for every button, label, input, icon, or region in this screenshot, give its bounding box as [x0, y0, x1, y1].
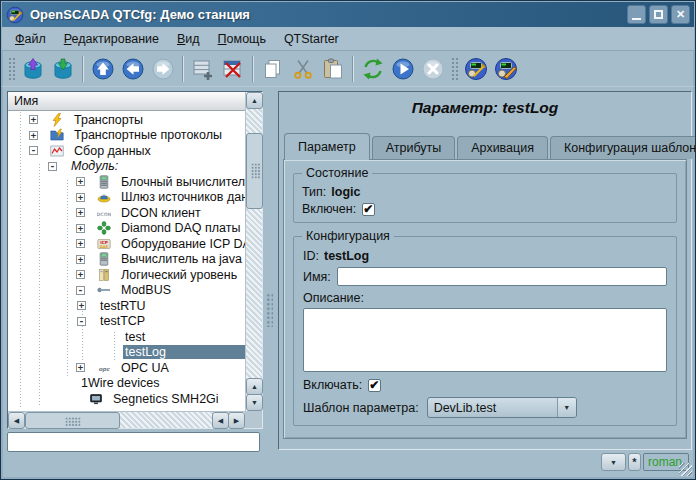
- paste-icon: [321, 57, 345, 81]
- cut-button[interactable]: [288, 54, 318, 84]
- item-add-button[interactable]: [188, 54, 218, 84]
- tree-item[interactable]: +Блочный вычислитель: [8, 174, 245, 190]
- collapse-icon[interactable]: -: [48, 162, 57, 171]
- tree-item[interactable]: -Модуль:: [8, 159, 245, 175]
- expand-icon[interactable]: +: [76, 363, 85, 372]
- tree-item[interactable]: -testTCP: [8, 314, 245, 330]
- minimize-button[interactable]: [627, 5, 646, 24]
- tree-item[interactable]: +Diamond DAQ платы: [8, 221, 245, 237]
- refresh-icon: [361, 57, 385, 81]
- menu-item-qtstarter[interactable]: QTStarter: [275, 30, 348, 48]
- scroll-up-button[interactable]: ▲: [246, 92, 263, 109]
- state-group: Состояние Тип: logic Включен:: [293, 173, 677, 223]
- tree-horizontal-scrollbar[interactable]: ◀ ◀ ▶: [8, 411, 245, 428]
- qtstarter-edit-button[interactable]: [491, 54, 521, 84]
- menu-item-help[interactable]: Помощь: [209, 30, 275, 48]
- tree-item[interactable]: +ICPDASОборудование ICP DA: [8, 236, 245, 252]
- expand-icon[interactable]: +: [76, 193, 85, 202]
- collapse-icon[interactable]: -: [29, 146, 38, 155]
- item-add-icon: [191, 57, 215, 81]
- close-button[interactable]: ✕: [671, 5, 690, 24]
- tree-item[interactable]: 1Wire devices: [8, 376, 245, 392]
- expand-icon[interactable]: +: [76, 270, 85, 279]
- toolbar-handle[interactable]: [8, 57, 15, 81]
- tree-item[interactable]: +DCONDCON клиент: [8, 205, 245, 221]
- maximize-icon: [654, 10, 663, 19]
- scroll-left-button-2[interactable]: ◀: [212, 412, 229, 429]
- splitter-handle[interactable]: [266, 293, 273, 327]
- to-enable-checkbox[interactable]: [368, 379, 381, 392]
- expand-icon[interactable]: +: [76, 239, 85, 248]
- enabled-checkbox[interactable]: [362, 203, 375, 216]
- scroll-up-button-2[interactable]: ▲: [246, 378, 263, 395]
- dcon-icon: DCON: [97, 206, 111, 220]
- db-save-button[interactable]: [48, 54, 78, 84]
- nav-back-button[interactable]: [118, 54, 148, 84]
- tab-2[interactable]: Архивация: [457, 136, 548, 159]
- daq-chart-icon: [50, 144, 64, 158]
- expand-icon[interactable]: +: [77, 301, 86, 310]
- collapse-icon[interactable]: -: [76, 286, 85, 295]
- db-load-button[interactable]: [18, 54, 48, 84]
- expand-icon[interactable]: +: [29, 115, 38, 124]
- stop-button: [418, 54, 448, 84]
- start-icon: [391, 57, 415, 81]
- tree-item[interactable]: +Вычислитель на java п: [8, 252, 245, 268]
- tree-header[interactable]: Имя: [8, 92, 245, 111]
- enabled-label: Включен:: [302, 202, 356, 216]
- expand-icon[interactable]: +: [76, 208, 85, 217]
- start-button[interactable]: [388, 54, 418, 84]
- tree-filter-input[interactable]: [7, 432, 260, 452]
- tree-item[interactable]: +Логический уровень: [8, 267, 245, 283]
- svg-text:opc: opc: [99, 366, 111, 373]
- toolbar: [2, 51, 694, 87]
- tree-item[interactable]: -Сбор данных: [8, 143, 245, 159]
- item-delete-button[interactable]: [218, 54, 248, 84]
- tree-item[interactable]: +opcOPC UA: [8, 360, 245, 376]
- expand-icon[interactable]: +: [76, 255, 85, 264]
- transport-lightning-icon: [50, 113, 64, 127]
- tree-item[interactable]: test: [8, 329, 245, 345]
- expand-icon[interactable]: +: [29, 131, 38, 140]
- tree-item[interactable]: +Шлюз источников дан: [8, 190, 245, 206]
- refresh-button[interactable]: [358, 54, 388, 84]
- vertical-scroll-thumb[interactable]: [246, 133, 263, 209]
- expand-icon[interactable]: +: [76, 177, 85, 186]
- toolbar-handle[interactable]: [451, 57, 458, 81]
- nav-up-button[interactable]: [88, 54, 118, 84]
- title-bar[interactable]: OpenSCADA QTCfg: Демо станция ✕: [2, 2, 694, 27]
- tree-item[interactable]: +Транспорты: [8, 112, 245, 128]
- expand-icon[interactable]: +: [76, 224, 85, 233]
- collapse-icon[interactable]: -: [77, 317, 86, 326]
- id-label: ID:: [303, 249, 319, 263]
- status-dropdown-button[interactable]: ▼: [601, 453, 626, 471]
- tab-0[interactable]: Параметр: [284, 133, 370, 160]
- horizontal-scroll-thumb[interactable]: [25, 412, 120, 429]
- tab-3[interactable]: Конфигурация шаблона: [550, 136, 696, 159]
- tree-item-label: Сбор данных: [72, 144, 153, 158]
- scroll-down-button[interactable]: ▼: [246, 394, 263, 411]
- description-textarea[interactable]: [303, 308, 667, 372]
- menu-item-file[interactable]: Файл: [6, 30, 55, 48]
- tree-item[interactable]: +Транспортные протоколы: [8, 128, 245, 144]
- tab-1[interactable]: Атрибуты: [372, 136, 456, 159]
- name-input[interactable]: [337, 267, 667, 286]
- chevron-down-icon: ▼: [557, 398, 576, 417]
- copy-button[interactable]: [258, 54, 288, 84]
- tree-vertical-scrollbar[interactable]: ▲ ▲ ▼: [245, 92, 262, 411]
- paste-button[interactable]: [318, 54, 348, 84]
- template-combobox[interactable]: DevLib.test ▼: [427, 397, 577, 418]
- qtstarter-config-button[interactable]: [461, 54, 491, 84]
- tree-item[interactable]: +testRTU: [8, 298, 245, 314]
- tree-item[interactable]: Segnetics SMH2Gi: [8, 391, 245, 407]
- menu-item-view[interactable]: Вид: [168, 30, 209, 48]
- resize-grip[interactable]: [679, 463, 692, 476]
- tree-item[interactable]: testLog: [8, 345, 245, 361]
- scroll-left-button[interactable]: ◀: [8, 412, 25, 429]
- tree-item[interactable]: -ModBUS: [8, 283, 245, 299]
- maximize-button[interactable]: [649, 5, 668, 24]
- scroll-right-button[interactable]: ▶: [228, 412, 245, 429]
- block-calc-icon: [97, 175, 111, 189]
- menu-item-edit[interactable]: Редактирование: [55, 30, 168, 48]
- status-star-button[interactable]: *: [628, 453, 641, 471]
